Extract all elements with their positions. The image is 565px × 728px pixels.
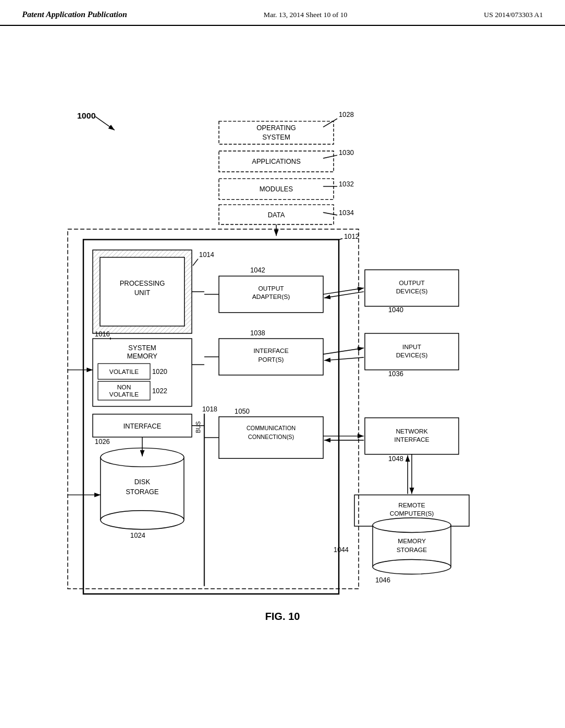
text-output-device1: OUTPUT	[399, 280, 425, 286]
memory-storage-top	[372, 518, 451, 532]
label-1022: 1022	[152, 387, 167, 395]
text-memory-storage2: STORAGE	[397, 547, 428, 553]
text-communication1: COMMUNICATION	[247, 425, 296, 431]
label-1044: 1044	[334, 546, 349, 554]
text-input-device2: DEVICE(S)	[396, 352, 428, 358]
label-1014: 1014	[199, 251, 214, 259]
header-center: Mar. 13, 2014 Sheet 10 of 10	[264, 10, 348, 19]
text-non-volatile1: NON	[117, 384, 131, 390]
label-1050: 1050	[234, 408, 249, 415]
text-non-volatile2: VOLATILE	[109, 391, 139, 398]
label-1034: 1034	[339, 209, 354, 217]
text-network-interface1: NETWORK	[396, 428, 428, 435]
text-operating-system: OPERATING	[257, 124, 296, 132]
text-interface: INTERFACE	[123, 422, 161, 430]
memory-storage-bottom	[372, 560, 451, 574]
svg-line-7	[323, 212, 338, 215]
text-system-memory1: SYSTEM	[129, 344, 156, 352]
text-remote-computer2: COMPUTER(S)	[390, 510, 434, 517]
label-1026: 1026	[95, 438, 110, 446]
text-volatile: VOLATILE	[109, 368, 139, 375]
text-processing-unit2: UNIT	[135, 289, 151, 297]
page-header: Patent Application Publication Mar. 13, …	[0, 0, 565, 26]
text-output-adapter1: OUTPUT	[258, 285, 284, 292]
label-1036: 1036	[388, 370, 403, 378]
label-1012: 1012	[344, 233, 359, 240]
header-left: Patent Application Publication	[22, 10, 127, 19]
text-operating-system2: SYSTEM	[262, 133, 290, 141]
text-network-interface2: INTERFACE	[395, 436, 430, 443]
text-memory-storage1: MEMORY	[398, 538, 426, 544]
text-interface-port2: PORT(S)	[258, 356, 284, 363]
patent-diagram: 1000 1028 OPERATING SYSTEM 1030 APPLICAT…	[0, 26, 565, 688]
label-1032: 1032	[339, 180, 354, 188]
label-1046: 1046	[375, 576, 390, 584]
label-1040: 1040	[388, 306, 403, 314]
text-output-adapter2: ADAPTER(S)	[252, 293, 290, 300]
text-interface-port1: INTERFACE	[253, 347, 289, 354]
label-1020: 1020	[152, 368, 167, 376]
text-communication2: CONNECTION(S)	[248, 434, 294, 440]
svg-line-5	[323, 155, 338, 158]
label-1024: 1024	[130, 532, 145, 539]
label-1030: 1030	[339, 149, 354, 157]
diagram-container: 1000 1028 OPERATING SYSTEM 1030 APPLICAT…	[0, 26, 565, 688]
text-applications: APPLICATIONS	[252, 158, 300, 165]
text-modules: MODULES	[259, 185, 293, 193]
header-right: US 2014/073303 A1	[484, 10, 543, 19]
text-system-memory2: MEMORY	[127, 352, 157, 360]
text-disk-storage2: STORAGE	[126, 488, 159, 496]
figure-label: FIG. 10	[265, 611, 300, 622]
label-1018: 1018	[202, 405, 217, 413]
disk-storage-bottom	[100, 511, 184, 529]
label-1028: 1028	[339, 111, 354, 119]
svg-line-4	[323, 119, 338, 127]
text-output-device2: DEVICE(S)	[396, 288, 428, 295]
text-remote-computer1: REMOTE	[398, 502, 425, 508]
text-processing-unit1: PROCESSING	[120, 280, 165, 287]
label-1038: 1038	[250, 329, 265, 337]
text-bus: BUS	[195, 421, 201, 433]
label-1048: 1048	[388, 455, 403, 463]
label-1016: 1016	[95, 330, 110, 338]
text-disk-storage1: DISK	[135, 478, 151, 486]
label-1042: 1042	[250, 266, 265, 274]
svg-line-3	[95, 116, 115, 130]
text-input-device1: INPUT	[402, 344, 421, 350]
label-1000: 1000	[77, 111, 96, 120]
text-data: DATA	[268, 211, 285, 219]
